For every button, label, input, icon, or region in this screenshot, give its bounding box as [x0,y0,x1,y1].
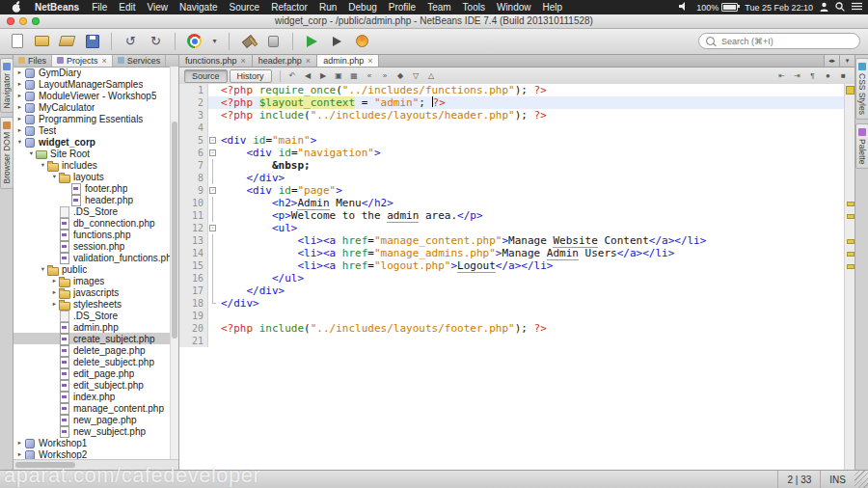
tree-expanded-arrow[interactable]: ▾ [39,265,47,273]
menu-item-source[interactable]: Source [223,2,265,13]
last-edit-icon[interactable]: ↶ [286,69,299,82]
code-line[interactable]: 8 </div> [179,172,845,184]
highlight-occurrences-icon[interactable]: ▦ [348,69,361,82]
previous-error-icon[interactable]: △ [425,69,438,82]
shift-left-icon[interactable]: ⇤ [775,69,788,82]
tree-collapsed-arrow[interactable]: ▸ [15,68,24,76]
code-line[interactable]: 6- <div id="navigation"> [179,147,845,159]
code-line[interactable]: 21 [179,335,845,347]
side-tab-css-styles[interactable]: CSS Styles [855,58,868,120]
code-line[interactable]: 13 <li><a href="manage_content.php">Mana… [179,234,845,247]
menu-item-debug[interactable]: Debug [342,2,382,13]
start-macro-icon[interactable]: ● [822,69,834,82]
tree-item-mycalculator[interactable]: ▸MyCalculator [14,101,171,113]
debug-project-icon[interactable] [328,32,346,50]
menu-item-run[interactable]: Run [313,2,342,13]
warning-mark[interactable] [847,264,854,269]
insert-mode-indicator[interactable]: INS [820,471,854,488]
tree-item-delete-page-php[interactable]: delete_page.php [14,344,171,356]
code-line[interactable]: 14 <li><a href="manage_admins.php">Manag… [179,247,845,259]
code-line[interactable]: 15 <li><a href="logout.php">Logout</a></… [179,259,845,272]
tree-vertical-scrollbar-thumb[interactable] [172,122,177,338]
undo-icon[interactable]: ↺ [122,32,140,50]
menu-item-help[interactable]: Help [537,2,569,13]
shift-right-icon[interactable]: ⇥ [791,69,803,82]
tree-item-edit-subject-php[interactable]: edit_subject.php [14,379,171,391]
comment-icon[interactable]: ¶ [806,69,819,82]
menu-item-profile[interactable]: Profile [383,2,421,13]
warning-mark[interactable] [847,239,854,244]
tree-item-stylesheets[interactable]: ▸stylesheets [14,298,171,310]
editor-tab-header-php[interactable]: header.php× [253,54,317,67]
tab-close-icon[interactable]: × [367,56,372,66]
code-line[interactable]: 10 <h2>Admin Menu</h2> [179,197,845,209]
save-all-icon[interactable] [83,32,101,50]
editor-tab-functions-php[interactable]: functions.php× [179,54,253,67]
user-icon[interactable] [820,2,828,14]
stop-macro-icon[interactable]: ■ [837,69,850,82]
code-line[interactable]: 16 </ul> [179,272,845,285]
fold-marker[interactable]: - [209,225,216,231]
menu-item-view[interactable]: View [142,2,175,13]
find-selection-icon[interactable]: ▣ [333,69,345,82]
tree-item-ds-store[interactable]: .DS_Store [14,310,171,321]
tree-item-layouts[interactable]: ▾layouts [14,171,171,182]
tree-item-images[interactable]: ▸images [14,275,171,286]
code-line[interactable]: 2<?php $layout_context = "admin"; ?> [179,96,845,109]
volume-icon[interactable] [679,2,690,13]
fold-marker[interactable]: - [209,137,216,144]
run-project-icon[interactable] [303,32,321,50]
profile-project-icon[interactable] [353,32,371,50]
code-line[interactable]: 12- <ul> [179,222,845,234]
tree-expanded-arrow[interactable]: ▾ [27,149,36,157]
tree-item-includes[interactable]: ▾includes [14,159,171,171]
tree-item-header-php[interactable]: header.php [14,194,171,205]
redo-icon[interactable]: ↻ [147,32,165,50]
fold-marker[interactable]: - [209,187,216,194]
code-line[interactable]: 19 [179,310,845,322]
open-project-icon[interactable] [58,32,76,50]
tree-item-javascripts[interactable]: ▸javascripts [14,286,171,298]
tree-item-manage-content-php[interactable]: manage_content.php [14,402,171,414]
search-input[interactable] [719,36,853,47]
apple-menu[interactable] [6,1,28,14]
tree-item-create-subject-php[interactable]: create_subject.php [14,333,171,344]
tree-expanded-arrow[interactable]: ▾ [50,173,59,180]
toggle-bookmark-icon[interactable]: ◆ [394,69,407,82]
tree-item-new-page-php[interactable]: new_page.php [14,414,171,425]
warning-mark[interactable] [847,202,854,206]
menubar-clock[interactable]: Tue 25 Feb 22:10 [745,3,813,13]
tree-collapsed-arrow[interactable]: ▸ [50,277,59,285]
code-area[interactable]: 1<?php require_once("../includes/functio… [179,84,845,471]
tree-collapsed-arrow[interactable]: ▸ [50,288,59,296]
tree-item-layoutmanagersamples[interactable]: ▸LayoutManagerSamples [14,78,171,90]
menu-item-navigate[interactable]: Navigate [174,2,223,13]
project-tree[interactable]: ▸GymDiary▸LayoutManagerSamples▸ModuleVie… [14,67,171,460]
new-file-icon[interactable] [8,32,26,50]
forward-icon[interactable]: ▶ [317,69,330,82]
tree-item-ds-store[interactable]: .DS_Store [14,205,171,217]
tree-expanded-arrow[interactable]: ▾ [39,161,47,169]
next-error-icon[interactable]: ▽ [410,69,422,82]
tab-close-icon[interactable]: × [241,56,246,66]
previous-bookmark-icon[interactable]: « [364,69,376,82]
menu-item-tools[interactable]: Tools [457,2,491,13]
document-list-icon[interactable]: ▾ [839,54,854,67]
panel-tab-services[interactable]: Services [113,54,167,67]
tree-item-public[interactable]: ▾public [14,263,171,275]
resize-grip[interactable] [854,471,868,488]
tree-collapsed-arrow[interactable]: ▸ [15,126,24,134]
tree-item-edit-page-php[interactable]: edit_page.php [14,367,171,379]
app-menu[interactable]: NetBeans [28,2,86,13]
tree-item-workshop1[interactable]: ▸Workshop1 [14,437,171,448]
tree-item-session-php[interactable]: session.php [14,240,171,252]
back-icon[interactable]: ◀ [302,69,314,82]
tree-collapsed-arrow[interactable]: ▸ [50,300,59,308]
menu-item-refactor[interactable]: Refactor [265,2,313,13]
side-tab-browser-dom[interactable]: Browser DOM [0,117,14,188]
tab-close-icon[interactable]: × [102,56,107,66]
tree-item-test[interactable]: ▸Test [14,124,171,136]
panel-tab-projects[interactable]: Projects× [52,54,113,67]
tree-item-footer-php[interactable]: footer.php [14,182,171,194]
tree-item-programming-essentials[interactable]: ▸Programming Essentials [14,113,171,124]
